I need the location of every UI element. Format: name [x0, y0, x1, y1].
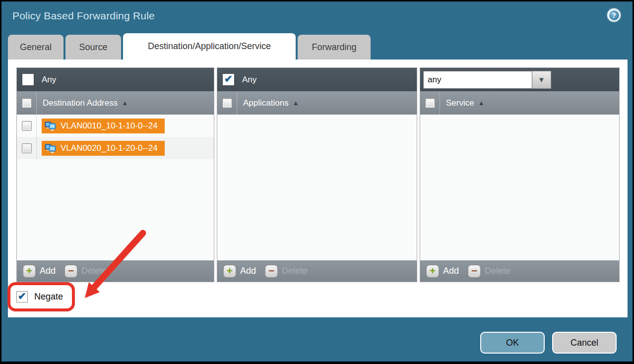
row-checkbox[interactable] [22, 143, 32, 153]
chevron-down-icon[interactable]: ▼ [532, 71, 551, 89]
destination-any-label: Any [42, 75, 56, 85]
delete-button[interactable]: − Delete [468, 265, 510, 278]
service-toolbar: + Add − Delete [420, 260, 619, 282]
address-group-icon [45, 121, 57, 131]
destination-any-bar: Any [17, 68, 214, 91]
applications-toolbar: + Add − Delete [217, 260, 417, 282]
cancel-button[interactable]: Cancel [552, 332, 617, 354]
address-chip[interactable]: VLAN0010_10-1-10-0--24 [42, 119, 165, 133]
row-checkbox[interactable] [22, 121, 32, 131]
address-chip-label: VLAN0020_10-1-20-0--24 [61, 143, 158, 153]
destination-address-list: VLAN0010_10-1-10-0--24 [17, 115, 214, 260]
applications-header: Applications ▲ [217, 91, 417, 115]
minus-icon: − [64, 265, 77, 278]
minus-icon: − [265, 265, 278, 278]
add-button[interactable]: + Add [23, 265, 56, 278]
applications-any-checkbox[interactable] [222, 73, 235, 86]
service-header-label[interactable]: Service [446, 98, 474, 108]
add-button[interactable]: + Add [223, 265, 256, 278]
ok-button[interactable]: OK [480, 332, 545, 354]
destination-any-checkbox[interactable] [22, 73, 34, 86]
help-icon[interactable]: ? [607, 8, 621, 22]
tab-destination-application-service[interactable]: Destination/Application/Service [123, 33, 296, 60]
dialog-title: Policy Based Forwarding Rule [12, 10, 155, 22]
tab-general[interactable]: General [8, 35, 63, 60]
service-dropdown[interactable]: any ▼ [423, 71, 551, 89]
tab-bar: General Source Destination/Application/S… [8, 33, 371, 60]
applications-list [217, 115, 417, 260]
destination-select-all-checkbox[interactable] [22, 98, 32, 108]
applications-any-bar: Any [217, 68, 417, 91]
service-dropdown-value[interactable]: any [423, 71, 532, 89]
destination-address-panel: Any Destination Address ▲ [16, 67, 214, 282]
plus-icon: + [426, 265, 439, 278]
applications-select-all-checkbox[interactable] [222, 98, 232, 108]
applications-panel: Any Applications ▲ + Add − Delete [217, 67, 417, 282]
delete-button[interactable]: − Delete [265, 265, 308, 278]
tab-forwarding[interactable]: Forwarding [298, 35, 371, 60]
service-select-all-checkbox[interactable] [425, 98, 435, 108]
destination-address-header-label[interactable]: Destination Address [43, 98, 118, 108]
negate-checkbox[interactable] [16, 291, 28, 303]
destination-address-header: Destination Address ▲ [17, 91, 214, 115]
list-item[interactable]: VLAN0020_10-1-20-0--24 [17, 137, 214, 159]
minus-icon: − [468, 265, 481, 278]
sort-asc-icon[interactable]: ▲ [122, 99, 128, 107]
plus-icon: + [223, 265, 236, 278]
tab-content: Any Destination Address ▲ [8, 60, 628, 317]
applications-header-label[interactable]: Applications [243, 98, 289, 108]
address-group-icon [45, 143, 57, 154]
tab-source[interactable]: Source [65, 35, 121, 60]
policy-based-forwarding-dialog: Policy Based Forwarding Rule ? General S… [0, 0, 634, 364]
applications-any-label: Any [242, 75, 256, 85]
list-item[interactable]: VLAN0010_10-1-10-0--24 [17, 115, 214, 137]
service-list [420, 115, 619, 260]
negate-highlight-annotation: Negate [7, 282, 75, 311]
add-button[interactable]: + Add [426, 265, 459, 278]
service-header: Service ▲ [420, 91, 619, 115]
question-mark-icon: ? [609, 10, 619, 20]
sort-asc-icon[interactable]: ▲ [293, 99, 299, 107]
plus-icon: + [23, 265, 36, 278]
negate-label: Negate [34, 292, 63, 302]
address-chip[interactable]: VLAN0020_10-1-20-0--24 [42, 141, 165, 156]
sort-asc-icon[interactable]: ▲ [478, 99, 485, 107]
address-chip-label: VLAN0010_10-1-10-0--24 [61, 121, 158, 131]
destination-toolbar: + Add − Delete [17, 260, 214, 282]
service-dropdown-bar: any ▼ [420, 68, 619, 91]
service-panel: any ▼ Service ▲ + Add − [420, 67, 620, 282]
delete-button[interactable]: − Delete [64, 265, 107, 278]
